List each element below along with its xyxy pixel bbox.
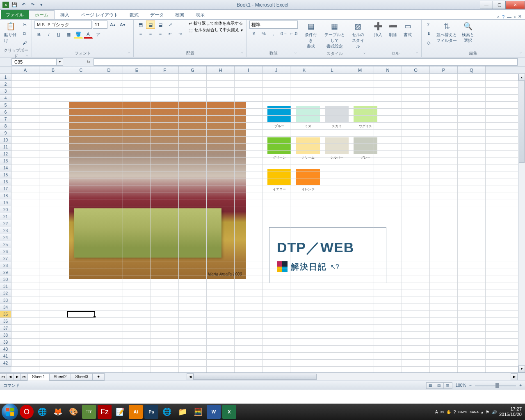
copy-icon[interactable]: ⧉	[20, 30, 29, 38]
color-swatch[interactable]: イエロー	[267, 169, 291, 192]
column-header[interactable]: E	[123, 66, 151, 73]
row-header[interactable]: 4	[0, 95, 11, 102]
underline-button[interactable]: U	[54, 30, 63, 39]
row-header[interactable]: 32	[0, 290, 11, 297]
row-header[interactable]: 22	[0, 220, 11, 227]
row-header[interactable]: 20	[0, 206, 11, 213]
row-header[interactable]: 8	[0, 123, 11, 130]
row-header[interactable]: 17	[0, 185, 11, 192]
fill-icon[interactable]: ⬇	[424, 30, 433, 38]
select-all-corner[interactable]	[0, 66, 11, 73]
redo-icon[interactable]: ↷	[29, 1, 36, 9]
column-header[interactable]: D	[95, 66, 123, 73]
tab-page-layout[interactable]: ページ レイアウト	[75, 10, 124, 19]
browser-icon[interactable]: 🌐	[160, 405, 174, 419]
doc-restore-icon[interactable]: ▫	[514, 14, 516, 19]
cells-area[interactable]: Maria Amalia 2009 ブルーミズスカイウグイスグリーンクリームシル…	[11, 74, 525, 372]
start-button[interactable]	[2, 404, 18, 420]
increase-indent-icon[interactable]: ⇥	[176, 30, 185, 38]
row-header[interactable]: 29	[0, 269, 11, 276]
scroll-down-icon[interactable]: ▾	[518, 365, 525, 372]
tab-insert[interactable]: 挿入	[55, 10, 75, 19]
word-icon[interactable]: W	[207, 405, 221, 419]
excel-taskbar-icon[interactable]: X	[222, 405, 236, 419]
row-header[interactable]: 5	[0, 102, 11, 109]
tray-hand-icon[interactable]: ✋	[446, 410, 451, 414]
color-swatch[interactable]: シルバー	[325, 137, 349, 160]
row-header[interactable]: 2	[0, 81, 11, 88]
column-header[interactable]: J	[262, 66, 290, 73]
cut-icon[interactable]: ✂	[20, 21, 29, 29]
selected-cell[interactable]	[67, 311, 95, 318]
row-header[interactable]: 16	[0, 178, 11, 185]
row-header[interactable]: 14	[0, 164, 11, 171]
row-header[interactable]: 19	[0, 199, 11, 206]
align-right-icon[interactable]: ≡	[156, 30, 165, 38]
row-header[interactable]: 24	[0, 234, 11, 241]
close-button[interactable]: ✕	[505, 1, 525, 9]
row-header[interactable]: 40	[0, 346, 11, 353]
logo-box[interactable]: DTP／WEB 解決日記 ↖?	[269, 227, 386, 283]
sheet-nav-prev[interactable]: ◀	[7, 373, 14, 381]
formula-input[interactable]	[94, 58, 518, 66]
zoom-level[interactable]: 100%	[456, 383, 466, 388]
color-swatch[interactable]: ブルー	[267, 106, 291, 128]
doc-close-icon[interactable]: ✕	[518, 14, 522, 19]
row-header[interactable]: 25	[0, 241, 11, 248]
qat-dropdown-icon[interactable]: ▾	[38, 1, 45, 9]
font-size-combo[interactable]: 11	[93, 21, 107, 29]
volume-icon[interactable]: 🔊	[492, 410, 497, 414]
tab-home[interactable]: ホーム	[29, 10, 55, 19]
column-header[interactable]: C	[67, 66, 95, 73]
app-icon[interactable]: 📝	[113, 405, 127, 419]
row-header[interactable]: 38	[0, 332, 11, 339]
format-as-table-button[interactable]: ▦テーブルとして 書式設定	[321, 21, 348, 50]
hscroll-thumb[interactable]	[194, 374, 317, 380]
embedded-painting-image[interactable]: Maria Amalia 2009	[69, 102, 246, 279]
filezilla-icon[interactable]: Fz	[98, 405, 112, 419]
merge-center-button[interactable]: ⬚セルを結合して中央揃え▾	[189, 27, 243, 33]
row-header[interactable]: 13	[0, 158, 11, 164]
ftp-icon[interactable]: FTP	[82, 405, 96, 419]
tab-review[interactable]: 校閲	[169, 10, 190, 19]
help-icon[interactable]: ?	[502, 14, 504, 19]
row-header[interactable]: 12	[0, 151, 11, 158]
color-swatch[interactable]: スカイ	[325, 106, 349, 128]
sheet-tab[interactable]: Sheet3	[71, 373, 93, 381]
color-swatch[interactable]: クリーム	[296, 137, 320, 160]
zoom-in-button[interactable]: +	[519, 383, 522, 388]
column-header[interactable]: G	[179, 66, 207, 73]
normal-view-button[interactable]: ▦	[426, 382, 435, 389]
column-header[interactable]: P	[430, 66, 458, 73]
conditional-format-button[interactable]: ▤条件付き 書式	[303, 21, 320, 50]
align-bottom-icon[interactable]: ⬓	[156, 21, 165, 29]
new-sheet-button[interactable]: ✦	[92, 373, 105, 381]
tab-view[interactable]: 表示	[190, 10, 210, 19]
opera-icon[interactable]: O	[20, 405, 34, 419]
column-header[interactable]: I	[235, 66, 262, 73]
color-swatch[interactable]: グリーン	[267, 137, 291, 160]
column-header[interactable]: M	[346, 66, 374, 73]
row-header[interactable]: 42	[0, 360, 11, 367]
undo-icon[interactable]: ↶	[20, 1, 27, 9]
comma-icon[interactable]: ,	[269, 30, 278, 38]
tab-data[interactable]: データ	[144, 10, 169, 19]
firefox-icon[interactable]: 🦊	[51, 405, 65, 419]
column-header[interactable]: O	[402, 66, 430, 73]
bold-button[interactable]: B	[34, 30, 43, 39]
column-header[interactable]: N	[374, 66, 402, 73]
row-header[interactable]: 30	[0, 276, 11, 283]
name-box-dropdown[interactable]: ▾	[57, 58, 63, 66]
row-header[interactable]: 9	[0, 130, 11, 137]
italic-button[interactable]: I	[44, 30, 53, 39]
increase-decimal-icon[interactable]: .0→	[279, 30, 288, 38]
explorer-icon[interactable]: 📁	[176, 405, 189, 419]
photoshop-icon[interactable]: Ps	[144, 405, 158, 419]
tray-help-icon[interactable]: ?	[454, 410, 456, 414]
row-header[interactable]: 36	[0, 318, 11, 325]
tab-file[interactable]: ファイル	[1, 10, 29, 19]
align-left-icon[interactable]: ≡	[136, 30, 145, 38]
scroll-left-icon[interactable]: ◀	[187, 373, 194, 380]
autosum-icon[interactable]: Σ	[424, 21, 433, 29]
align-middle-icon[interactable]: ⬓	[146, 21, 155, 29]
